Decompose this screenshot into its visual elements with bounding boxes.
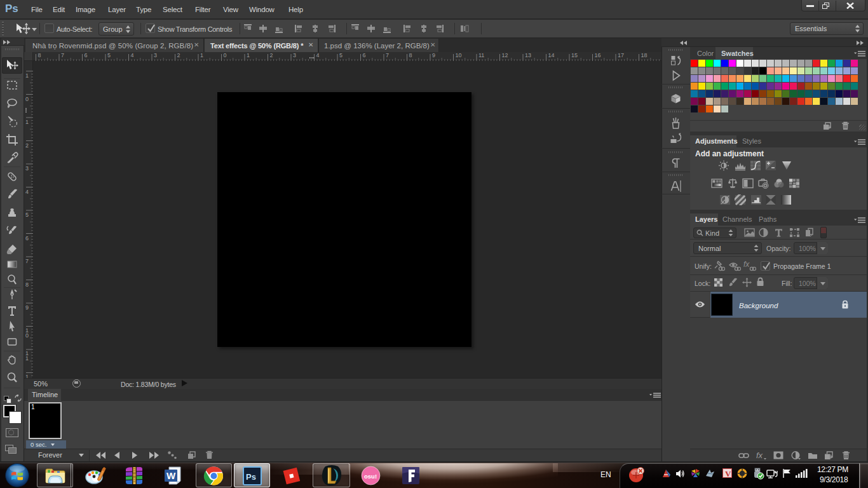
svg-text:W: W: [166, 470, 176, 481]
svg-text:fx: fx: [756, 451, 763, 460]
svg-text:Ps: Ps: [246, 472, 256, 482]
svg-text:osu!: osu!: [364, 473, 377, 480]
svg-text:fx: fx: [743, 260, 750, 269]
